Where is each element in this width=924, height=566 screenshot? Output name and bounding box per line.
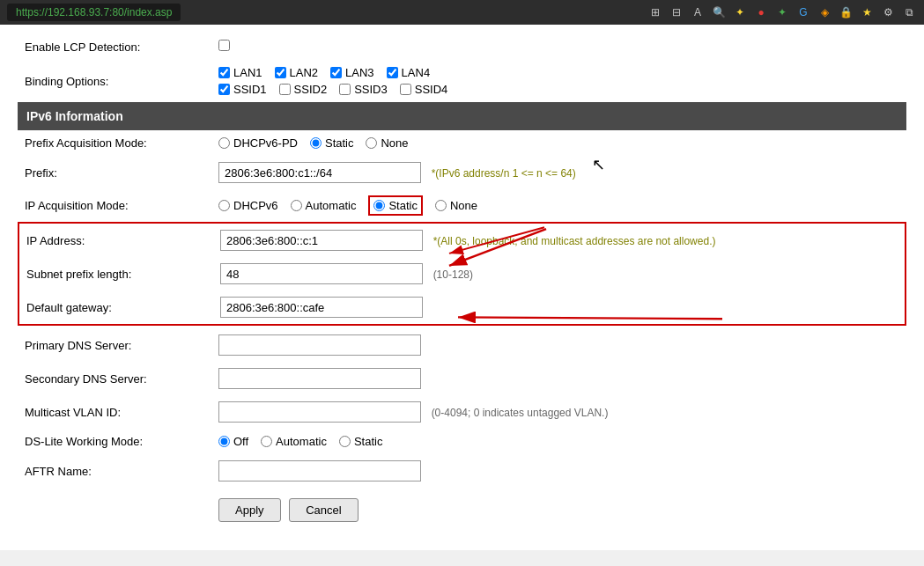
prefix-label: Prefix: [18,156,211,189]
ssid4-checkbox[interactable] [400,84,411,95]
bookmark-icon: ✦ [732,4,748,20]
ip-static-label: Static [388,199,418,212]
ssid1-checkbox-item[interactable]: SSID1 [218,83,267,96]
prefix-none-label: None [381,136,408,150]
lan3-checkbox-item[interactable]: LAN3 [330,66,374,79]
binding-checkboxes: LAN1 LAN2 LAN3 LAN4 [218,66,899,79]
subnet-prefix-input[interactable] [220,263,423,284]
enable-lcp-checkbox[interactable] [218,40,230,51]
ssid3-label: SSID3 [354,83,388,96]
ip-address-inner-row: IP Address: *(All 0s, loopback, and mult… [19,224,905,257]
page-content: Enable LCP Detection: Binding Options: L… [0,25,924,550]
prefix-hint: *(IPv6 address/n 1 <= n <= 64) [432,167,576,180]
default-gateway-row: Default gateway: [19,290,905,324]
url-bar[interactable]: https://192.168.93.7:80/index.asp [7,4,181,21]
primary-dns-input[interactable] [218,334,421,356]
primary-dns-row: Primary DNS Server: [18,328,906,362]
buttons-label-cell [18,488,211,533]
buttons-row: Apply Cancel [18,488,906,533]
default-gateway-input[interactable] [220,297,423,318]
lan4-checkbox-item[interactable]: LAN4 [387,66,431,79]
automatic-option[interactable]: Automatic [291,199,357,212]
ds-static-radio[interactable] [339,436,351,447]
lan1-checkbox-item[interactable]: LAN1 [218,66,262,79]
ds-automatic-radio[interactable] [261,436,272,447]
multicast-vlan-value-cell: (0-4094; 0 indicates untagged VLAN.) [211,395,906,429]
ds-static-option[interactable]: Static [339,435,383,448]
prefix-static-option[interactable]: Static [310,136,354,150]
ip-static-option[interactable]: Static [368,195,423,216]
ext-icon-2: ✦ [774,4,790,20]
prefix-input[interactable] [218,162,421,183]
ssid1-checkbox[interactable] [218,84,230,95]
primary-dns-value-cell [211,328,906,362]
prefix-acquisition-options: DHCPv6-PD Static None [211,130,906,156]
lan2-checkbox[interactable] [275,67,286,78]
ext-icon-5: 🔒 [838,4,854,20]
dhcpv6pd-radio[interactable] [218,137,230,149]
ds-automatic-option[interactable]: Automatic [261,435,327,448]
buttons-cell: Apply Cancel [211,488,906,533]
ds-off-label: Off [233,435,248,448]
ds-off-radio[interactable] [218,436,230,447]
ip-none-label: None [450,199,477,212]
secondary-dns-row: Secondary DNS Server: [18,362,906,395]
binding-options-row: Binding Options: LAN1 LAN2 LAN3 [18,60,906,102]
dhcpv6pd-label: DHCPv6-PD [233,136,298,150]
ds-off-option[interactable]: Off [218,435,248,448]
ip-address-hint: *(All 0s, loopback, and multicast addres… [433,235,716,247]
enable-lcp-label: Enable LCP Detection: [18,33,211,60]
ip-address-label: IP Address: [19,224,213,257]
multicast-vlan-row: Multicast VLAN ID: (0-4094; 0 indicates … [18,395,906,429]
prefix-value-cell: *(IPv6 address/n 1 <= n <= 64) [211,156,906,189]
lan1-label: LAN1 [233,66,262,79]
ip-none-option[interactable]: None [435,199,477,212]
ipv6-section-header: IPv6 Information [18,102,906,130]
aftr-value-cell [211,454,906,488]
default-gateway-label: Default gateway: [19,290,213,324]
subnet-prefix-hint: (10-128) [433,268,473,281]
ext-icon-7: ⚙ [880,4,896,20]
dhcpv6pd-option[interactable]: DHCPv6-PD [218,136,298,150]
prefix-acquisition-row: Prefix Acquisition Mode: DHCPv6-PD Stati… [18,130,906,156]
lan1-checkbox[interactable] [218,67,230,78]
dhcpv6-option[interactable]: DHCPv6 [218,199,278,212]
ip-static-radio[interactable] [373,200,385,211]
apply-button[interactable]: Apply [218,498,281,522]
ssid2-checkbox-item[interactable]: SSID2 [279,83,328,96]
secondary-dns-input[interactable] [218,368,421,389]
ds-automatic-label: Automatic [276,435,327,448]
ext-icon-4: ◈ [817,4,832,20]
lan4-label: LAN4 [402,66,431,79]
ssid2-label: SSID2 [294,83,328,96]
prefix-none-radio[interactable] [366,137,377,149]
ip-address-input[interactable] [220,230,423,251]
aftr-input[interactable] [218,460,421,481]
lan3-label: LAN3 [345,66,374,79]
ds-lite-radio-group: Off Automatic Static [218,435,899,448]
primary-dns-label: Primary DNS Server: [18,328,211,362]
ssid4-checkbox-item[interactable]: SSID4 [400,83,448,96]
ip-none-radio[interactable] [435,200,447,211]
browser-chrome: https://192.168.93.7:80/index.asp ⊞ ⊟ A … [0,0,924,25]
multicast-vlan-label: Multicast VLAN ID: [18,395,211,429]
ssid3-checkbox[interactable] [339,84,351,95]
font-icon: A [690,4,706,20]
automatic-radio[interactable] [291,200,302,211]
grid-icon: ⊟ [669,4,684,20]
ssid3-checkbox-item[interactable]: SSID3 [339,83,388,96]
lan4-checkbox[interactable] [387,67,398,78]
lan3-checkbox[interactable] [330,67,342,78]
automatic-label: Automatic [306,199,357,212]
lan2-checkbox-item[interactable]: LAN2 [275,66,319,79]
ssid-checkboxes: SSID1 SSID2 SSID3 SSID4 [218,83,899,96]
multicast-vlan-input[interactable] [218,401,421,423]
ssid2-checkbox[interactable] [279,84,291,95]
prefix-static-radio[interactable] [310,137,322,149]
dhcpv6-label: DHCPv6 [233,199,278,212]
cancel-button[interactable]: Cancel [289,498,358,522]
default-gateway-value-cell [213,290,905,324]
dhcpv6-radio[interactable] [218,200,230,211]
prefix-none-option[interactable]: None [366,136,408,150]
aftr-label: AFTR Name: [18,454,211,488]
